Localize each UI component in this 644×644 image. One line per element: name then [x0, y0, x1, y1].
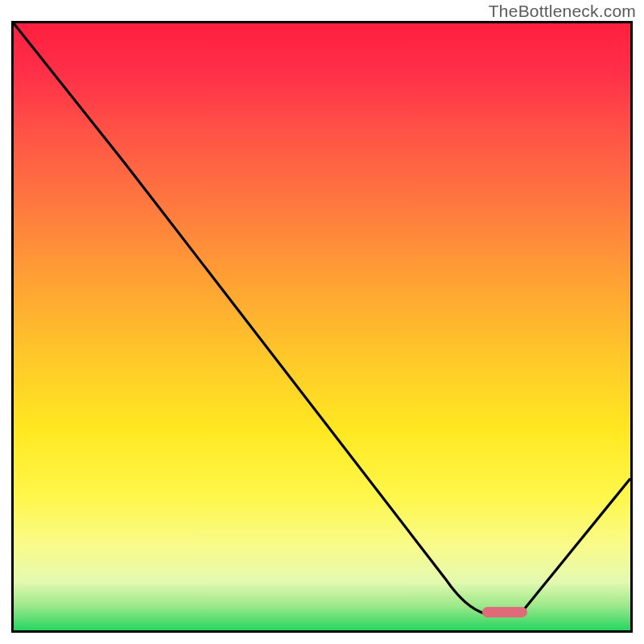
chart-area	[11, 21, 633, 633]
bottleneck-line	[14, 23, 630, 630]
watermark: TheBottleneck.com	[489, 2, 636, 21]
optimum-marker	[482, 607, 527, 617]
